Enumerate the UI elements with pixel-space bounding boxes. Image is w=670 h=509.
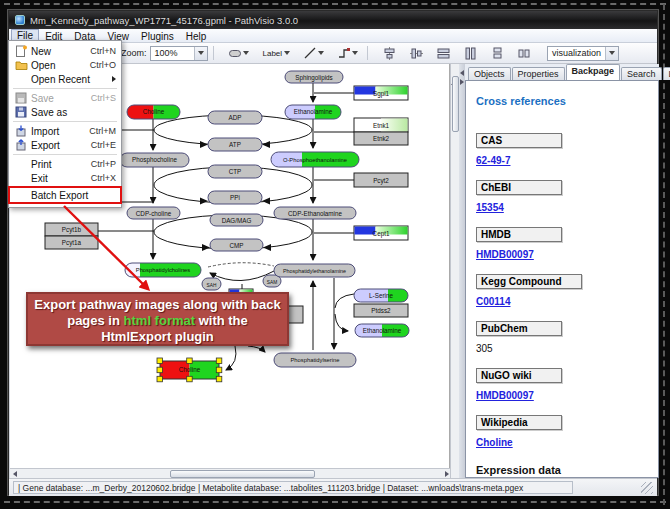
menu-plugins[interactable]: Plugins bbox=[135, 29, 180, 42]
node-sah[interactable]: SAH bbox=[202, 278, 221, 290]
tab-backpage[interactable]: Backpage bbox=[566, 64, 621, 80]
annotation-line3: HtmlExport plugin bbox=[28, 329, 287, 345]
add-connector-button[interactable] bbox=[334, 44, 362, 62]
node-sphingolipids[interactable]: Sphingolipids bbox=[285, 71, 343, 83]
node-etnk1[interactable]: Etnk1 bbox=[354, 118, 408, 132]
node-ptdss2[interactable]: Ptdss2 bbox=[354, 304, 408, 317]
node-phosphatidylserine[interactable]: Phosphatidylserine bbox=[274, 353, 356, 367]
node-pcyt1b[interactable]: Pcyt1b bbox=[45, 223, 98, 236]
xref-section-pubchem: PubChem 305 bbox=[476, 321, 648, 354]
caret-down-icon bbox=[318, 51, 324, 55]
node-cmp[interactable]: CMP bbox=[210, 239, 263, 251]
tab-search[interactable]: Search bbox=[621, 67, 662, 80]
menu-item-open-recent[interactable]: Open Recent bbox=[10, 72, 120, 86]
menu-item-print[interactable]: PrintCtrl+P bbox=[10, 157, 120, 171]
tab-legend[interactable]: Legend bbox=[663, 67, 670, 80]
node-ethanolamine-bottom[interactable]: Ethanolamine bbox=[355, 324, 409, 337]
status-bar: | Gene database: ...m_Derby_20120602.bri… bbox=[9, 478, 657, 496]
add-line-button[interactable] bbox=[300, 44, 328, 62]
stack-horizontal-button[interactable] bbox=[514, 44, 535, 63]
xref-link[interactable]: HMDB00097 bbox=[476, 249, 534, 260]
caret-down-icon bbox=[352, 51, 358, 55]
node-phosphatidylethanolamine[interactable]: Phosphatidylethanolamine bbox=[274, 264, 355, 277]
node-ethanolamine-top[interactable]: Ethanolamine bbox=[285, 105, 341, 119]
scroll-right-icon[interactable] bbox=[445, 471, 449, 477]
svg-text:CTP: CTP bbox=[229, 168, 242, 175]
xref-source: HMDB bbox=[476, 227, 562, 242]
canvas-vertical-scrollbar[interactable] bbox=[450, 64, 459, 478]
xref-link[interactable]: Choline bbox=[476, 437, 513, 448]
menu-item-import[interactable]: ImportCtrl+M bbox=[10, 124, 120, 138]
common-height-button[interactable] bbox=[433, 44, 454, 63]
align-center-y-button[interactable] bbox=[406, 44, 427, 63]
node-adp[interactable]: ADP bbox=[208, 111, 262, 124]
visualization-combobox[interactable]: visualization bbox=[547, 46, 619, 61]
caret-down-icon bbox=[284, 51, 290, 55]
title-bar[interactable]: Mm_Kennedy_pathway_WP1771_45176.gpml - P… bbox=[9, 11, 657, 29]
stack-vertical-button[interactable] bbox=[487, 44, 508, 63]
node-pcyt2[interactable]: Pcyt2 bbox=[354, 173, 408, 187]
node-o-phosphoethanolamine[interactable]: O-Phosphoethanolamine bbox=[271, 152, 359, 167]
collapse-right-icon[interactable] bbox=[460, 79, 464, 85]
node-phosphatidylcholines[interactable]: Phosphatidylcholines bbox=[125, 263, 201, 277]
caret-down-icon[interactable] bbox=[194, 47, 207, 60]
zoom-combobox[interactable]: 100% bbox=[150, 46, 208, 61]
new-document-icon bbox=[13, 45, 29, 57]
node-atp[interactable]: ATP bbox=[208, 138, 262, 151]
menu-item-save-as[interactable]: Save as bbox=[10, 105, 120, 119]
node-cdp-ethanolamine[interactable]: CDP-Ethanolamine bbox=[274, 207, 356, 219]
xref-source: NuGO wiki bbox=[476, 368, 562, 383]
svg-text:Ptdss2: Ptdss2 bbox=[371, 307, 391, 314]
vertical-scroll-thumb[interactable] bbox=[452, 76, 459, 132]
tab-properties[interactable]: Properties bbox=[512, 67, 565, 80]
cross-references-heading: Cross references bbox=[476, 95, 648, 107]
app-icon bbox=[15, 15, 25, 25]
expression-data-heading: Expression data bbox=[476, 464, 648, 476]
resize-grip-icon[interactable] bbox=[641, 482, 653, 494]
menu-item-save[interactable]: SaveCtrl+S bbox=[10, 91, 120, 105]
svg-text:SAM: SAM bbox=[267, 280, 277, 285]
xref-link[interactable]: 62-49-7 bbox=[476, 155, 510, 166]
export-icon bbox=[13, 139, 29, 151]
add-datanode-button[interactable] bbox=[225, 47, 253, 60]
menu-item-open[interactable]: OpenCtrl+O bbox=[10, 58, 120, 72]
node-ppi[interactable]: PPi bbox=[208, 191, 262, 204]
xref-value: 305 bbox=[476, 343, 493, 354]
node-phosphocholine[interactable]: Phosphocholine bbox=[120, 153, 189, 167]
node-cept1[interactable]: Cept1 bbox=[354, 226, 408, 240]
svg-text:Phosphatidylethanolamine: Phosphatidylethanolamine bbox=[283, 268, 346, 274]
xref-link[interactable]: 15354 bbox=[476, 202, 504, 213]
align-center-x-button[interactable] bbox=[379, 44, 400, 63]
menu-help[interactable]: Help bbox=[180, 29, 213, 42]
node-choline-selected[interactable]: Choline bbox=[157, 358, 222, 382]
xref-source: PubChem bbox=[476, 321, 562, 336]
add-label-button[interactable]: Label bbox=[259, 46, 295, 61]
node-sgpl1[interactable]: Sgpl1 bbox=[354, 86, 408, 100]
node-pcyt1a[interactable]: Pcyt1a bbox=[45, 236, 98, 249]
common-width-button[interactable] bbox=[460, 44, 481, 63]
node-choline-top[interactable]: Choline bbox=[127, 105, 180, 119]
menu-item-new[interactable]: NewCtrl+N bbox=[10, 44, 120, 58]
import-icon bbox=[13, 125, 29, 137]
menu-item-batch-export[interactable]: Batch Export bbox=[10, 188, 120, 202]
line-icon bbox=[304, 47, 316, 59]
zoom-label: Zoom: bbox=[121, 48, 147, 58]
menu-item-exit[interactable]: ExitCtrl+X bbox=[10, 171, 120, 185]
node-etnk2[interactable]: Etnk2 bbox=[354, 132, 408, 145]
node-dag-mag[interactable]: DAG/MAG bbox=[210, 214, 263, 226]
horizontal-scroll-thumb[interactable] bbox=[170, 470, 315, 478]
tab-objects[interactable]: Objects bbox=[468, 67, 511, 80]
canvas-horizontal-scrollbar[interactable] bbox=[10, 468, 450, 478]
node-ctp[interactable]: CTP bbox=[208, 165, 262, 178]
caret-down-icon[interactable] bbox=[605, 47, 618, 60]
node-cdp-choline[interactable]: CDP-choline bbox=[127, 207, 180, 219]
svg-text:DAG/MAG: DAG/MAG bbox=[222, 217, 252, 224]
xref-link[interactable]: HMDB00097 bbox=[476, 390, 534, 401]
collapse-left-icon[interactable] bbox=[460, 70, 464, 76]
node-l-serine[interactable]: L-Serine bbox=[354, 289, 408, 302]
xref-source: Kegg Compound bbox=[476, 274, 582, 289]
xref-link[interactable]: C00114 bbox=[476, 296, 510, 307]
scroll-left-icon[interactable] bbox=[10, 470, 19, 478]
menu-item-export[interactable]: ExportCtrl+E bbox=[10, 138, 120, 152]
open-folder-icon bbox=[13, 59, 29, 71]
